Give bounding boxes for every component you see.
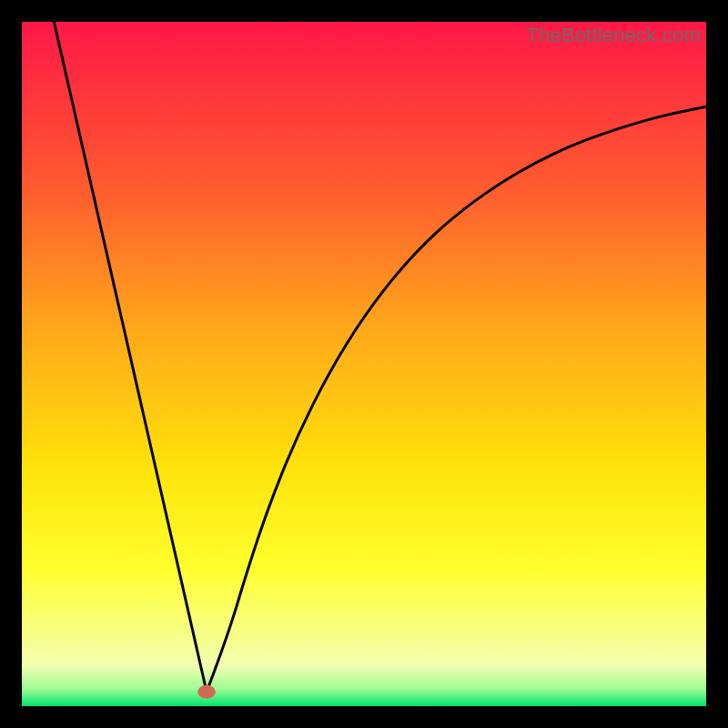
min-marker — [197, 685, 216, 699]
chart-background — [22, 22, 706, 706]
plot-frame: TheBottleneck.com — [22, 22, 706, 706]
watermark-text: TheBottleneck.com — [526, 24, 701, 47]
bottleneck-chart — [22, 22, 706, 706]
